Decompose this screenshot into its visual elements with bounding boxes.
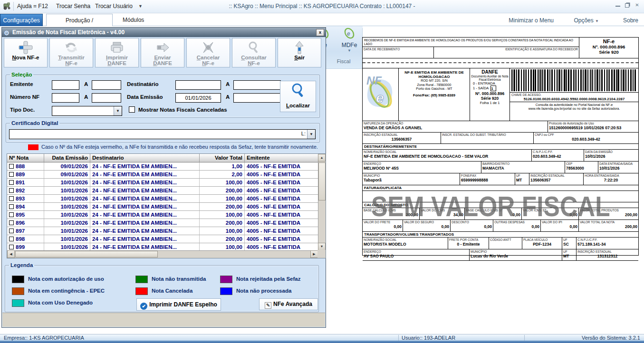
danfe-protocolo: Protocolo de Autorização de Uso 15126000… [548,121,638,132]
row-checkbox[interactable] [9,196,14,201]
scroll-up-icon[interactable]: ▲ [318,154,326,162]
nota-row[interactable]: 891 10/01/2026 24 - NF-E EMITIDA EM AMBI… [7,179,318,187]
chevron-down-icon[interactable]: ▼ [114,106,122,115]
screen: Ajuda = F12 Trocar Senha Trocar Usuário … [0,0,644,343]
row-checkbox[interactable] [9,172,14,177]
scroll-down-icon[interactable]: ▼ [318,243,326,250]
row-checkbox[interactable] [9,180,14,185]
barcode [511,69,637,91]
danfe-cut-line [363,62,638,67]
row-checkbox[interactable] [9,204,14,209]
menu-trocar-senha[interactable]: Trocar Senha [56,3,90,10]
svg-text:e: e [347,30,350,37]
imprimir-danfe-espelho-button[interactable]: ✔Imprimir DANFE Espelho [136,298,221,311]
row-checkbox[interactable] [9,237,14,241]
row-checkbox[interactable] [9,188,14,193]
chevron-down-icon[interactable]: ▼ [138,4,143,9]
nota-row[interactable]: 889 09/01/2026 24 - NF-E EMITIDA EM AMBI… [7,171,318,179]
range-a-label: A [84,81,88,87]
emitente-ate-input[interactable] [92,80,121,90]
legend-item-label: Nota com Uso Denegado [28,300,93,305]
danfe-inscricao-estadual: INSCRIÇÃO ESTADUAL 135606357 [363,133,441,143]
mostrar-canceladas-checkbox[interactable] [129,106,135,113]
tab-configuracoes[interactable]: Configurações [0,14,43,26]
danfe-dest-nome: NOME/RAZÃO SOCIAL NF-E EMITIDA EM AMBIEN… [363,150,532,161]
danfe-transp-uf2: UFMT [562,249,577,260]
destinatario-ate-input[interactable] [233,80,281,90]
svg-text:e: e [376,90,384,105]
nota-row[interactable]: 897 10/01/2026 24 - NF-E EMITIDA EM AMBI… [7,227,318,235]
numero-nf-de-input[interactable] [52,93,79,103]
minimize-button-icon[interactable] [615,2,620,7]
danfe-dest-endereco: ENDEREÇO MELWOOD Nº 45S [363,162,481,173]
minimizar-menu-link[interactable]: Minimizar o Menu [509,17,554,24]
row-checkbox[interactable] [9,212,14,217]
sobre-link[interactable]: Sobre [623,17,638,24]
row-checkbox[interactable] [9,245,14,249]
col-emitente[interactable]: Emitente [245,154,318,162]
tab-producao-comercializacao[interactable]: Produção / Comercialização [46,14,113,26]
horizontal-scroll-thumb[interactable] [15,251,158,257]
nota-row[interactable]: 896 10/01/2026 24 - NF-E EMITIDA EM AMBI… [7,219,318,227]
opcoes-menu[interactable]: Opções ▼ [574,17,599,24]
nfe-toolbar: Nova NF-e Transmitir NF-e [4,38,325,69]
nota-row[interactable]: 888 09/01/2026 24 - NF-E EMITIDA EM AMBI… [7,162,318,171]
menu-trocar-usuario[interactable]: Trocar Usuário [95,3,133,10]
data-emissao-de-input[interactable] [175,93,221,103]
title-bar: Ajuda = F12 Trocar Senha Trocar Usuário … [0,0,644,13]
col-destinatario[interactable]: Destinatario [90,154,200,162]
row-checkbox[interactable] [9,229,14,233]
mdfe-ribbon-button[interactable]: e MDFe ▼ [338,27,360,60]
chevron-down-icon[interactable]: ▼ [307,130,315,139]
destinatario-de-input[interactable] [175,80,221,90]
nota-row[interactable]: 892 10/01/2026 24 - NF-E EMITIDA EM AMBI… [7,187,318,195]
close-button-icon[interactable]: ✕ [634,2,640,8]
row-checkbox[interactable] [9,164,14,169]
legenda-groupbox: Legenda Nota com autorização de uso Nota… [5,262,319,312]
danfe-desconto: DESCONTO0,00 [451,220,493,231]
nota-row[interactable]: 895 10/01/2026 24 - NF-E EMITIDA EM AMBI… [7,211,318,219]
menu-ajuda[interactable]: Ajuda = F12 [17,3,48,10]
transmitir-nfe-button[interactable]: Transmitir NF-e [49,38,93,67]
nota-row[interactable]: 893 10/01/2026 24 - NF-E EMITIDA EM AMBI… [7,195,318,203]
tab-bar: Configurações Produção / Comercialização… [0,13,644,26]
danfe-header-block: NF e NF-E EMITIDA EM AMBIENTE DE HOMOLOG… [363,68,638,121]
cancelar-nfe-button[interactable]: Cancelar NF-e [186,38,230,67]
danfe-assinatura-label: IDENTIFICAÇÃO E ASSINATURA DO RECEBEDOR [434,47,579,58]
consultar-nfe-button[interactable]: Consultar NF-e [232,38,276,67]
chevron-down-icon: ▼ [595,19,599,23]
vertical-scroll-thumb[interactable] [318,162,326,200]
localizar-button[interactable]: Localizar [280,81,316,112]
horizontal-scrollbar[interactable]: ◀ ▶ [7,250,318,258]
col-numero-nota[interactable]: Nº Nota [7,154,44,162]
nota-row[interactable]: 898 10/01/2026 24 - NF-E EMITIDA EM AMBI… [7,235,318,243]
scrollbar-corner [317,250,326,258]
emitente-de-input[interactable] [52,80,79,90]
nota-row[interactable]: 894 10/01/2026 24 - NF-E EMITIDA EM AMBI… [7,203,318,211]
danfe-cnpj-cpf: CNPJ ou CPF 020.603.349-42 [534,133,638,143]
numero-nf-ate-input[interactable] [92,93,121,103]
nfe-window-titlebar[interactable]: ⚙ Emissão de Nota Fiscal Eletrônica - v4… [2,28,326,37]
ribbon-group-label: Fiscal [326,58,361,64]
table-header: Nº Nota Data Emissão Destinatario Valor … [7,154,318,162]
scroll-left-icon[interactable]: ◀ [7,250,15,258]
nova-nfe-button[interactable]: Nova NF-e [4,38,48,67]
imprimir-danfe-button[interactable]: Imprimir DANFE [95,38,139,67]
close-icon[interactable]: x [316,29,324,36]
restore-button-icon[interactable] [625,3,629,8]
scroll-right-icon[interactable]: ▶ [310,250,318,258]
danfe-canhoto-numero: NF-e Nº. 000.000.896 Série 920 [579,38,638,58]
nfe-avancada-button[interactable]: ✎NFe Avançada [259,298,318,310]
col-data-emissao[interactable]: Data Emissão [44,154,90,162]
sair-button[interactable]: Sair [278,38,321,67]
range-a-label: A [84,94,88,100]
tab-modulos[interactable]: Módulos [123,17,144,23]
vertical-scrollbar[interactable]: ▲ ▼ [318,154,326,250]
row-checkbox[interactable] [9,220,14,225]
data-emissao-ate-input[interactable] [233,93,281,103]
col-valor-total[interactable]: Valor Total [200,154,245,162]
certificado-select[interactable]: L: ▼ [9,129,316,139]
tipo-doc-select[interactable]: ▼ [52,106,122,116]
enviar-danfe-button[interactable]: Enviar DANFE [141,38,184,67]
selecao-legend: Seleção [10,72,33,77]
